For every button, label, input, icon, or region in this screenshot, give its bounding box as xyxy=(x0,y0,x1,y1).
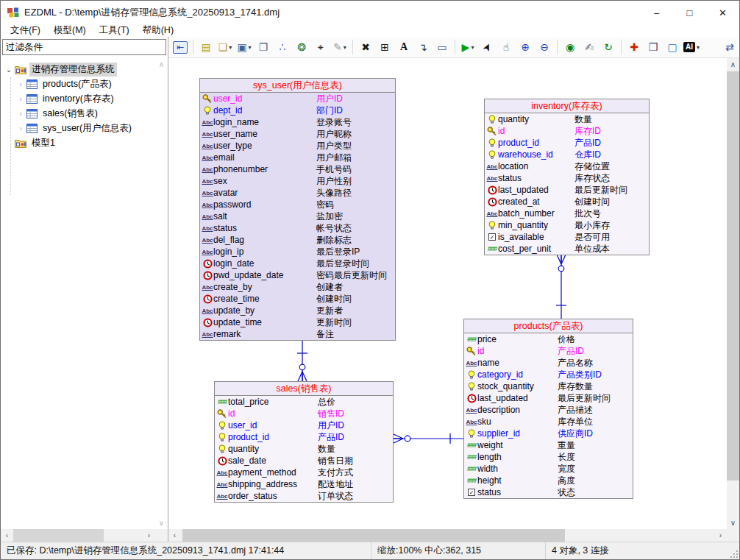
field-row-salt[interactable]: Abcsalt盐加密 xyxy=(200,210,395,222)
field-row-update_by[interactable]: Abcupdate_by更新者 xyxy=(200,305,395,316)
open-model-icon[interactable]: ❏▾ xyxy=(216,38,234,56)
tree-hscroll-thumb[interactable] xyxy=(13,529,104,542)
field-row-status[interactable]: Abcstatus帐号状态 xyxy=(200,222,395,234)
tree-item--1[interactable]: 模型1 xyxy=(1,135,155,150)
field-row-batch_number[interactable]: Abcbatch_number批次号 xyxy=(485,208,649,219)
refresh-diagram-icon[interactable]: ↻ xyxy=(600,38,617,56)
table-inventory[interactable]: inventory(库存表)quantity数量id库存IDproduct_id… xyxy=(484,99,650,255)
field-row-del_flag[interactable]: Abcdel_flag删除标志 xyxy=(200,234,395,246)
copy-diagram-icon[interactable]: ❐ xyxy=(255,38,272,56)
tree-scroll-right-icon[interactable]: › xyxy=(143,529,155,542)
field-row-product_id[interactable]: product_id产品ID xyxy=(485,137,649,149)
tree-scroll-left-icon[interactable]: ‹ xyxy=(1,529,13,542)
preview-eye-icon[interactable]: ◉ xyxy=(561,38,579,56)
add-tools-icon[interactable]: ✚ xyxy=(625,38,643,56)
canvas-scroll-left-icon[interactable]: ‹ xyxy=(168,529,181,542)
field-row-dept_id[interactable]: dept_id部门ID xyxy=(200,104,395,116)
dropdown-arrow-icon[interactable]: ▾ xyxy=(344,44,346,51)
table-products[interactable]: products(产品表)###price价格id产品IDAbcname产品名称… xyxy=(463,319,633,499)
add-rect-icon[interactable]: ▭ xyxy=(433,38,451,56)
field-row-password[interactable]: Abcpassword密码 xyxy=(200,199,395,210)
field-row-id[interactable]: id库存ID xyxy=(485,125,649,137)
field-row-stock_quantity[interactable]: stock_quantity库存数量 xyxy=(464,380,633,392)
field-row-weight[interactable]: ###weight重量 xyxy=(464,439,633,451)
menu-file[interactable]: 文件(F) xyxy=(4,24,47,37)
field-row-sale_date[interactable]: sale_date销售日期 xyxy=(215,455,393,467)
tree-item--[interactable]: ⌄进销存管理信息系统 xyxy=(1,62,155,77)
field-row-status[interactable]: ✓status状态 xyxy=(464,486,633,498)
filter-input[interactable] xyxy=(2,39,166,55)
menu-help[interactable]: 帮助(H) xyxy=(136,24,180,37)
sync-panels-icon[interactable]: ⇄ xyxy=(721,38,739,56)
field-row-remark[interactable]: Abcremark备注 xyxy=(200,328,395,340)
field-row-min_quantity[interactable]: min_quantity最小库存 xyxy=(485,219,649,231)
field-row-description[interactable]: Abcdescription产品描述 xyxy=(464,404,633,416)
save-model-icon[interactable]: ▣▾ xyxy=(235,38,253,56)
field-row-user_type[interactable]: Abcuser_type用户类型 xyxy=(200,140,395,152)
field-row-length[interactable]: ###length长度 xyxy=(464,451,633,463)
field-row-supplier_id[interactable]: supplier_id供应商ID xyxy=(464,428,633,439)
field-row-last_updated[interactable]: last_updated最后更新时间 xyxy=(464,392,633,404)
field-row-update_time[interactable]: update_time更新时间 xyxy=(200,316,395,328)
tree-scroll-up-icon[interactable]: ∧ xyxy=(155,58,168,71)
field-row-product_id[interactable]: product_id产品ID xyxy=(215,431,393,443)
field-row-pwd_update_date[interactable]: pwd_update_date密码最后更新时间 xyxy=(200,269,395,281)
fit-view-icon[interactable]: ▢ xyxy=(663,38,681,56)
tree-vertical-scrollbar[interactable]: ∧ ∨ xyxy=(155,58,168,529)
field-row-sex[interactable]: Abcsex用户性别 xyxy=(200,175,395,187)
field-row-create_time[interactable]: create_time创建时间 xyxy=(200,293,395,305)
field-row-quantity[interactable]: quantity数量 xyxy=(215,443,393,455)
chevron-expanded-icon[interactable]: ⌄ xyxy=(4,65,14,74)
canvas-horizontal-scrollbar[interactable]: ‹ › xyxy=(168,529,727,542)
zoom-in-icon[interactable]: ⊕ xyxy=(516,38,534,56)
field-row-login_name[interactable]: Abclogin_name登录账号 xyxy=(200,116,395,128)
field-row-category_id[interactable]: category_id产品类别ID xyxy=(464,369,633,380)
canvas-vscroll-thumb[interactable] xyxy=(727,71,739,481)
menu-tools[interactable]: 工具(T) xyxy=(93,24,136,37)
field-row-created_at[interactable]: created_at创建时间 xyxy=(485,196,649,208)
tree-hscroll-track[interactable] xyxy=(13,529,143,542)
auto-layout-icon[interactable]: ∴ xyxy=(274,38,291,56)
pan-hand-icon[interactable]: ☝ xyxy=(497,38,515,56)
select-cursor-icon[interactable]: ➤ xyxy=(478,38,496,56)
field-row-width[interactable]: ###width宽度 xyxy=(464,463,633,475)
zoom-out-icon[interactable]: ⊖ xyxy=(536,38,553,56)
tree-item-sys-user-[interactable]: ›sys_user(用户信息表) xyxy=(1,121,155,135)
toggle-tree-panel-icon[interactable]: ⇤ xyxy=(171,38,189,56)
new-table-icon[interactable]: ⊞ xyxy=(376,38,394,56)
entity-title[interactable]: products(产品表) xyxy=(464,319,633,333)
resize-grip-icon[interactable] xyxy=(730,550,739,559)
entity-title[interactable]: inventory(库存表) xyxy=(485,99,649,113)
field-row-sku[interactable]: Abcsku库存单位 xyxy=(464,416,633,428)
field-row-id[interactable]: id产品ID xyxy=(464,345,633,357)
tree-scroll-down-icon[interactable]: ∨ xyxy=(155,517,168,529)
dropdown-arrow-icon[interactable]: ▾ xyxy=(697,44,700,51)
field-row-price[interactable]: ###price价格 xyxy=(464,333,633,345)
maximize-button[interactable]: □ xyxy=(673,1,706,24)
field-row-shipping_address[interactable]: Abcshipping_address配送地址 xyxy=(215,478,393,490)
field-row-email[interactable]: Abcemail用户邮箱 xyxy=(200,152,395,163)
field-row-payment_method[interactable]: Abcpayment_method支付方式 xyxy=(215,467,393,478)
field-row-user_id[interactable]: user_id用户ID xyxy=(200,93,395,104)
tree-item-sales-[interactable]: ›sales(销售表) xyxy=(1,106,155,121)
canvas-hscroll-track[interactable] xyxy=(181,529,714,542)
field-row-status[interactable]: Abcstatus库存状态 xyxy=(485,172,649,184)
dropdown-arrow-icon[interactable]: ▾ xyxy=(249,44,252,51)
add-text-icon[interactable]: A xyxy=(395,38,413,56)
menu-model[interactable]: 模型(M) xyxy=(47,24,93,37)
dropdown-arrow-icon[interactable]: ▾ xyxy=(471,44,474,51)
field-row-avatar[interactable]: Abcavatar头像路径 xyxy=(200,187,395,199)
diagram-canvas[interactable]: sys_user(用户信息表)user_id用户IDdept_id部门IDAbc… xyxy=(168,58,727,529)
field-row-height[interactable]: ###height高度 xyxy=(464,475,633,486)
field-row-last_updated[interactable]: last_updated最后更新时间 xyxy=(485,184,649,196)
field-row-phonenumber[interactable]: Abcphonenumber手机号码 xyxy=(200,163,395,175)
field-row-create_by[interactable]: Abccreate_by创建者 xyxy=(200,281,395,293)
entity-title[interactable]: sys_user(用户信息表) xyxy=(200,79,395,93)
edit-pen-icon[interactable]: ✎▾ xyxy=(331,38,349,56)
delete-icon[interactable]: ✖ xyxy=(357,38,374,56)
ai-assistant-icon[interactable]: AI▾ xyxy=(683,38,700,56)
chevron-collapsed-icon[interactable]: › xyxy=(15,109,26,118)
field-row-user_name[interactable]: Abcuser_name用户昵称 xyxy=(200,128,395,140)
canvas-scroll-up-icon[interactable]: ∧ xyxy=(727,58,739,71)
field-row-warehouse_id[interactable]: warehouse_id仓库ID xyxy=(485,149,649,160)
